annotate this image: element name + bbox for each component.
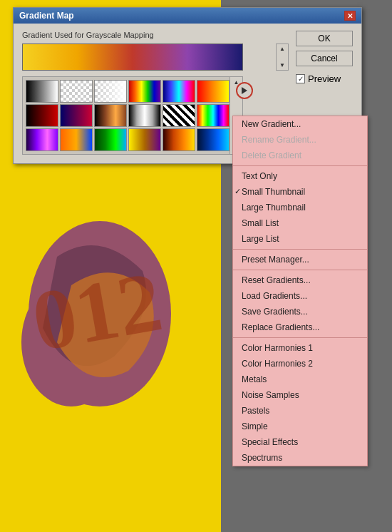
menu-divider-2	[233, 165, 367, 166]
menu-item-preset-manager[interactable]: Preset Manager...	[233, 252, 367, 267]
preset-swatch-17[interactable]	[197, 128, 229, 151]
menu-item-text-only[interactable]: Text Only	[233, 168, 367, 184]
preset-swatch-6[interactable]	[26, 104, 58, 127]
preset-swatch-13[interactable]	[60, 128, 93, 151]
cancel-button[interactable]: Cancel	[296, 51, 353, 66]
gradient-bar[interactable]	[22, 44, 243, 71]
menu-item-small-thumbnail[interactable]: Small Thumbnail	[233, 184, 367, 200]
menu-item-replace-gradients[interactable]: Replace Gradients...	[233, 319, 367, 335]
menu-item-metals[interactable]: Metals	[233, 372, 367, 387]
menu-item-rename-gradient: Rename Gradient...	[233, 132, 367, 148]
menu-arrow-button[interactable]	[236, 82, 253, 99]
preset-swatch-7[interactable]	[60, 104, 93, 127]
preset-swatch-1[interactable]	[60, 80, 93, 103]
arrow-icon	[242, 87, 247, 94]
gradient-bar-container: ▲ ▼	[22, 44, 289, 71]
presets-container: ▲ ▼	[22, 76, 243, 155]
preset-swatch-15[interactable]	[128, 128, 161, 151]
menu-divider-7	[233, 249, 367, 250]
preset-swatch-2[interactable]	[94, 80, 127, 103]
menu-item-delete-gradient: Delete Gradient	[233, 148, 367, 163]
preview-label: Preview	[308, 73, 341, 84]
menu-item-noise-samples[interactable]: Noise Samples	[233, 387, 367, 403]
menu-item-special-effects[interactable]: Special Effects	[233, 434, 367, 450]
close-button[interactable]: ✕	[344, 11, 356, 21]
preset-swatch-10[interactable]	[163, 104, 195, 127]
menu-item-simple[interactable]: Simple	[233, 419, 367, 434]
menu-item-save-gradients[interactable]: Save Gradients...	[233, 304, 367, 319]
preset-swatch-3[interactable]	[128, 80, 161, 103]
menu-item-small-list[interactable]: Small List	[233, 215, 367, 231]
preset-swatch-9[interactable]	[128, 104, 161, 127]
section-label: Gradient Used for Grayscale Mapping	[22, 31, 289, 39]
preset-swatch-11[interactable]	[197, 104, 229, 127]
dialog-body: Gradient Used for Grayscale Mapping ▲ ▼ …	[14, 24, 361, 163]
preset-swatch-12[interactable]	[26, 128, 58, 151]
preset-swatch-0[interactable]	[26, 80, 58, 103]
left-section: Gradient Used for Grayscale Mapping ▲ ▼ …	[22, 31, 289, 155]
menu-item-load-gradients[interactable]: Load Gradients...	[233, 288, 367, 304]
dialog-title: Gradient Map	[19, 11, 74, 21]
menu-item-reset-gradients[interactable]: Reset Gradients...	[233, 272, 367, 288]
menu-item-color-harmonies-1[interactable]: Color Harmonies 1	[233, 340, 367, 356]
ok-button[interactable]: OK	[296, 31, 353, 46]
preset-swatch-16[interactable]	[163, 128, 195, 151]
menu-item-new-gradient[interactable]: New Gradient...	[233, 116, 367, 132]
preset-swatch-14[interactable]	[94, 128, 127, 151]
context-menu: New Gradient...Rename Gradient...Delete …	[232, 116, 368, 466]
background-art: 012	[14, 200, 214, 428]
gradient-map-dialog: Gradient Map ✕ Gradient Used for Graysca…	[13, 7, 362, 164]
menu-divider-12	[233, 337, 367, 338]
menu-item-large-thumbnail[interactable]: Large Thumbnail	[233, 200, 367, 215]
menu-item-pastels[interactable]: Pastels	[233, 403, 367, 419]
preset-swatch-5[interactable]	[197, 80, 229, 103]
menu-divider-8	[233, 270, 367, 270]
scroll-down-arrow[interactable]: ▼	[279, 62, 285, 68]
scroll-up-arrow[interactable]: ▲	[279, 46, 285, 52]
preview-checkbox[interactable]: ✓	[296, 74, 305, 83]
dialog-titlebar: Gradient Map ✕	[14, 8, 361, 24]
preview-row: ✓ Preview	[296, 73, 353, 84]
menu-item-color-harmonies-2[interactable]: Color Harmonies 2	[233, 356, 367, 372]
menu-item-large-list[interactable]: Large List	[233, 231, 367, 247]
menu-item-spectrums[interactable]: Spectrums	[233, 450, 367, 466]
presets-grid	[26, 80, 239, 151]
preset-swatch-8[interactable]	[94, 104, 127, 127]
gradient-bar-scroll[interactable]: ▲ ▼	[276, 44, 289, 71]
preset-swatch-4[interactable]	[163, 80, 195, 103]
